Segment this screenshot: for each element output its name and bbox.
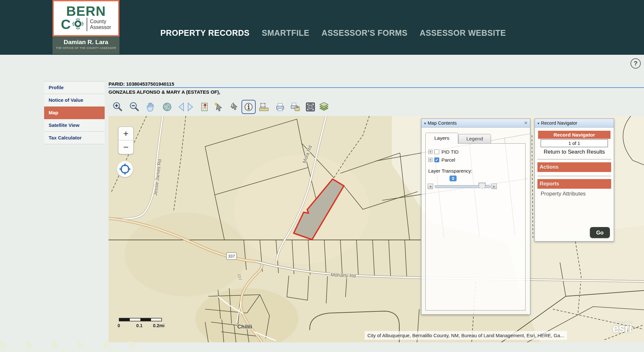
transparency-stepper[interactable]: [450, 176, 457, 181]
next-extent-icon[interactable]: [185, 101, 196, 113]
zoom-out-icon[interactable]: [128, 101, 140, 113]
return-to-search-results-link[interactable]: Return to Search Results: [535, 149, 614, 155]
expand-icon[interactable]: +: [428, 158, 432, 162]
full-screen-icon[interactable]: [305, 101, 316, 113]
logo-line2: C: [61, 18, 71, 31]
property-attributes-link[interactable]: Property Attributes: [541, 191, 586, 197]
logo-bottom: Damian R. Lara THE OFFICE OF THE COUNTY …: [52, 36, 119, 54]
map-toolbar: [0, 101, 644, 115]
map-attribution: City of Albuquerque, Bernalillo County, …: [365, 331, 567, 340]
record-navigator-header[interactable]: ▾Record Navigator: [535, 119, 614, 128]
sidebar-item-satellite-view[interactable]: Satellite View: [44, 119, 105, 132]
record-navigator-panel: ▾Record Navigator Record Navigator 1 of …: [535, 119, 614, 242]
overview-map-icon[interactable]: [199, 101, 210, 113]
parcel-checkbox[interactable]: ✓: [434, 157, 439, 162]
layers-tab-content: + PID TID + ✓ Parcel Layer Transparency:…: [425, 143, 526, 310]
full-extent-globe-icon[interactable]: [161, 101, 173, 113]
map-zoom-in-button[interactable]: +: [118, 127, 133, 140]
clear-selection-icon[interactable]: [228, 101, 239, 113]
print-icon[interactable]: [274, 101, 286, 113]
main-nav: PROPERTY RECORDS SMARTFILE ASSESSOR'S FO…: [160, 28, 506, 38]
tab-layers[interactable]: Layers: [425, 133, 458, 144]
nav-smartfile[interactable]: SMARTFILE: [262, 28, 309, 38]
site-header: BERN C: [0, 0, 644, 55]
svg-text:0.2mi: 0.2mi: [153, 323, 165, 328]
decorative-dots-pattern: [0, 341, 151, 352]
transparency-slider-thumb[interactable]: [478, 183, 486, 189]
slider-right-button[interactable]: ▸: [491, 184, 497, 189]
locate-button[interactable]: [117, 161, 133, 177]
record-navigator-banner: Record Navigator: [538, 131, 611, 139]
nav-assessor-website[interactable]: ASSESSOR WEBSITE: [420, 28, 506, 38]
transparency-label: Layer Transparency:: [428, 168, 472, 174]
expand-icon[interactable]: +: [428, 150, 432, 154]
svg-text:337: 337: [228, 254, 235, 259]
route-shield-337: 337: [226, 252, 237, 260]
layers-icon[interactable]: [318, 101, 330, 113]
sidebar-item-tax-calculator[interactable]: Tax Calculator: [44, 132, 105, 144]
layer-label: Parcel: [441, 157, 455, 163]
collapse-caret-icon[interactable]: ▾: [537, 121, 539, 126]
map-contents-panel: ▾Map Contents × Layers Legend + PID TID …: [421, 119, 530, 315]
assessor-name: Damian R. Lara: [52, 39, 119, 46]
nav-property-records[interactable]: PROPERTY RECORDS: [160, 28, 250, 38]
page: BERN C: [0, 0, 644, 352]
place-label-chilili: Chilili: [237, 324, 252, 330]
svg-text:0: 0: [118, 323, 120, 328]
assessor-office-label: THE OFFICE OF THE COUNTY ASSESSOR: [52, 46, 119, 50]
reports-section-bar[interactable]: Reports: [537, 179, 611, 189]
record-navigator-title: Record Navigator: [541, 120, 577, 126]
map-zoom-out-button[interactable]: −: [118, 140, 133, 154]
zoom-in-icon[interactable]: [112, 101, 123, 113]
map-contents-header[interactable]: ▾Map Contents ×: [421, 119, 530, 128]
logo-line1: BERN: [66, 5, 106, 17]
record-position-input[interactable]: 1 of 1: [541, 139, 608, 147]
logo-divider: [87, 18, 87, 31]
nav-assessors-forms[interactable]: ASSESSOR'S FORMS: [322, 28, 408, 38]
pid-tid-checkbox[interactable]: [434, 149, 439, 154]
esri-logo: POWERED BY esri: [608, 321, 637, 334]
zoom-control: + −: [118, 127, 134, 154]
close-icon[interactable]: ×: [524, 119, 527, 127]
collapse-caret-icon[interactable]: ▾: [424, 121, 426, 126]
measure-icon[interactable]: [258, 101, 270, 113]
layer-row-parcel: + ✓ Parcel: [426, 157, 455, 163]
go-button[interactable]: Go: [590, 227, 610, 238]
help-button[interactable]: ?: [630, 58, 641, 69]
divider: [537, 176, 611, 176]
pan-hand-icon[interactable]: [145, 101, 157, 113]
svg-text:0.1: 0.1: [136, 323, 143, 328]
zia-symbol-icon: [72, 18, 84, 31]
bernco-logo[interactable]: BERN C: [52, 0, 119, 54]
parid-divider: [109, 87, 644, 88]
divider: [537, 159, 611, 160]
owner-name: GONZALES ALFONSO & MARY A (ESTATES OF),: [109, 89, 220, 95]
layer-row-pid-tid: + PID TID: [426, 149, 459, 155]
select-features-icon[interactable]: [213, 101, 224, 113]
layer-label: PID TID: [441, 149, 459, 155]
logo-top: BERN C: [52, 0, 119, 36]
logo-tagline: County Assessor: [90, 19, 111, 31]
slider-left-button[interactable]: ◂: [428, 184, 433, 189]
actions-section-bar[interactable]: Actions: [537, 162, 611, 172]
parid-label: PARID: 103804537501940115: [109, 81, 174, 87]
map-contents-title: Map Contents: [428, 120, 457, 126]
sidebar-item-profile[interactable]: Profile: [44, 81, 105, 94]
identify-icon[interactable]: [243, 101, 254, 113]
crosshair-icon: [118, 163, 131, 176]
print-map-icon[interactable]: [289, 101, 301, 113]
tab-legend[interactable]: Legend: [458, 134, 491, 144]
